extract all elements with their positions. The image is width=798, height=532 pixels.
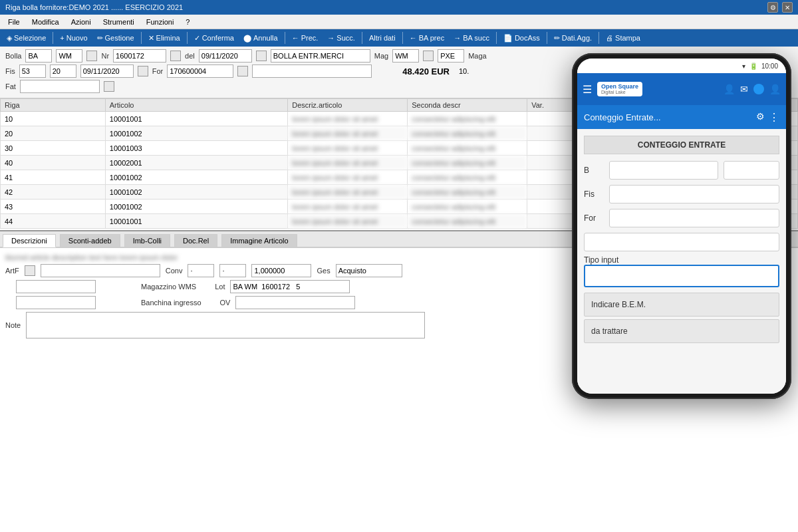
more-icon[interactable]: ⋮	[769, 111, 779, 124]
ba-prec-button[interactable]: ← BA prec	[406, 31, 449, 45]
succ-button[interactable]: → Succ.	[323, 31, 359, 45]
fis-date-input[interactable]	[80, 65, 134, 78]
del-input[interactable]	[199, 49, 252, 63]
nuovo-button[interactable]: + Nuovo	[56, 31, 91, 45]
cell-descriz: lorem ipsum dolor sit amet	[288, 141, 408, 156]
cell-riga: 40	[1, 156, 106, 170]
conv-val-input[interactable]	[251, 264, 311, 277]
cell-descriz: lorem ipsum dolor sit amet	[288, 156, 408, 170]
gestione-button[interactable]: ✏ Gestione	[93, 31, 138, 45]
conferma-button[interactable]: ✓ Conferma	[190, 31, 238, 45]
tab-doc-rel[interactable]: Doc.Rel	[174, 234, 217, 247]
menu-azioni[interactable]: Azioni	[66, 17, 96, 27]
elimina-button[interactable]: ✕ Elimina	[144, 31, 184, 45]
del-checkbox[interactable]	[256, 51, 267, 61]
phone-b-input2[interactable]	[724, 161, 779, 180]
cell-riga: 30	[1, 141, 106, 156]
logo-bottom: Digital Lake	[601, 90, 626, 94]
hamburger-icon[interactable]: ☰	[583, 83, 592, 96]
menu-funzioni[interactable]: Funzioni	[141, 17, 180, 27]
cell-riga: 44	[1, 214, 106, 229]
avatar-icon[interactable]: 👤	[769, 84, 781, 94]
tab-sconti[interactable]: Sconti-addeb	[60, 234, 120, 247]
toolbar: ◈ Selezione + Nuovo ✏ Gestione ✕ Elimina…	[0, 29, 798, 47]
docass-button[interactable]: 📄 DocAss	[499, 31, 544, 45]
section-title: CONTEGGIO ENTRATE	[584, 136, 779, 154]
conv-sym1-input[interactable]	[188, 264, 214, 277]
cell-seconda: consectetur adipiscing elit	[408, 126, 527, 141]
note-label: Note	[5, 321, 21, 329]
selezione-button[interactable]: ◈ Selezione	[3, 31, 50, 45]
phone-b-input[interactable]	[609, 161, 718, 180]
tab-imb-colli[interactable]: Imb-Colli	[124, 234, 170, 247]
tipo-input[interactable]	[584, 265, 779, 287]
altri-dati-button[interactable]: Altri dati	[365, 31, 400, 45]
bolla-ba-input[interactable]	[25, 49, 52, 63]
mag-blurred-input[interactable]	[16, 280, 96, 293]
ba-succ-button[interactable]: → BA succ	[450, 31, 493, 45]
bolla-desc-input[interactable]	[271, 49, 370, 63]
close-button[interactable]: ✕	[782, 2, 793, 13]
settings-button[interactable]: ⚙	[767, 2, 778, 13]
for-input[interactable]	[167, 65, 233, 78]
cell-descriz: lorem ipsum dolor sit amet	[288, 170, 408, 185]
tab-descrizioni[interactable]: Descrizioni	[3, 234, 56, 247]
phone-fis-input[interactable]	[609, 185, 779, 203]
menu-modifica[interactable]: Modifica	[27, 17, 65, 27]
ges-input[interactable]	[336, 264, 402, 277]
stampa-button[interactable]: 🖨 Stampa	[602, 31, 644, 45]
conv-sym2-input[interactable]	[219, 264, 246, 277]
da-trattare-button[interactable]: da trattare	[584, 319, 779, 343]
people-icon[interactable]: 👤	[724, 84, 735, 94]
gear-icon[interactable]: ⚙	[756, 111, 765, 124]
cell-articolo: 10001003	[105, 141, 287, 156]
prec-button[interactable]: ← Prec.	[288, 31, 323, 45]
fis-val-input[interactable]	[19, 65, 46, 78]
nr-label: Nr	[101, 52, 109, 60]
phone-sub-header: Conteggio Entrate... ⚙ ⋮	[577, 105, 786, 129]
for-name-input[interactable]	[252, 65, 372, 78]
maga-label: Maga	[468, 52, 487, 60]
bolla-label: Bolla	[5, 52, 21, 60]
nr-checkbox[interactable]	[170, 51, 181, 61]
artf-input[interactable]	[41, 264, 160, 277]
phone-b-row: B	[584, 161, 779, 180]
tab-immagine[interactable]: Immagine Articolo	[221, 234, 297, 247]
lot-input[interactable]	[230, 280, 350, 293]
phone-content: CONTEGGIO ENTRATE B Fis For	[577, 129, 786, 394]
fat-input[interactable]	[20, 80, 100, 93]
fis-checkbox[interactable]	[138, 66, 148, 76]
toolbar-sep-9	[598, 32, 599, 44]
message-icon[interactable]: ✉	[740, 84, 748, 94]
ban-blurred-input[interactable]	[16, 296, 96, 309]
toolbar-sep-8	[547, 32, 547, 44]
mag-checkbox[interactable]	[423, 51, 434, 61]
indicare-bem-button[interactable]: Indicare B.E.M.	[584, 293, 779, 317]
artf-checkbox[interactable]	[25, 265, 35, 276]
logo-top: Open Square	[601, 84, 638, 90]
mag-pxe-input[interactable]	[438, 49, 464, 63]
menu-help[interactable]: ?	[180, 17, 195, 27]
cell-descriz: lorem ipsum dolor sit amet	[288, 185, 408, 200]
cell-articolo: 10001001	[105, 214, 287, 229]
menu-file[interactable]: File	[3, 17, 25, 27]
nr-input[interactable]	[113, 49, 166, 63]
bolla-wm-input[interactable]	[56, 49, 82, 63]
annulla-button[interactable]: ⬤ Annulla	[239, 31, 282, 45]
for-label: For	[152, 67, 164, 75]
for-checkbox[interactable]	[237, 66, 248, 76]
dati-agg-button[interactable]: ✏ Dati.Agg.	[550, 31, 596, 45]
tipo-label: Tipo input	[584, 255, 618, 265]
fat-checkbox[interactable]	[104, 81, 114, 92]
menu-strumenti[interactable]: Strumenti	[98, 17, 140, 27]
col-seconda: Seconda descr	[408, 99, 527, 112]
mag-wm-input[interactable]	[392, 49, 419, 63]
phone-for-input[interactable]	[609, 209, 779, 227]
ov-input[interactable]	[235, 296, 355, 309]
bolla-checkbox[interactable]	[86, 51, 97, 61]
phone-empty-input[interactable]	[584, 233, 779, 251]
note-textarea[interactable]	[26, 312, 425, 338]
detail-blurred-desc: blurred article description text here lo…	[5, 253, 178, 261]
fis-num-input[interactable]	[50, 65, 76, 78]
phone-b-label: B	[584, 166, 604, 175]
